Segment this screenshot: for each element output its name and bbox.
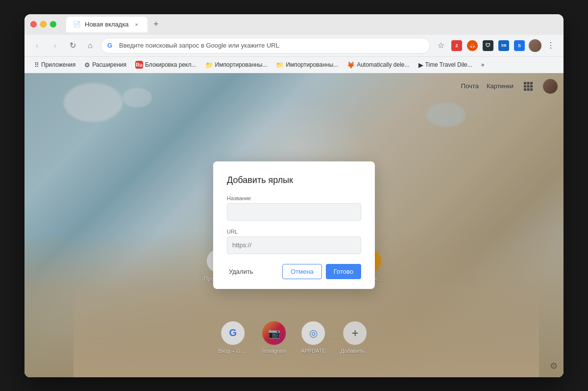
more-menu-button[interactable]: ⋮	[544, 39, 558, 52]
folder-2-icon: 📁	[276, 61, 284, 69]
ext-icon-1[interactable]: 2	[450, 39, 464, 52]
apps-icon: ⠿	[34, 61, 39, 69]
bookmark-adblock[interactable]: Ru Блокировка рекл...	[131, 59, 200, 71]
active-tab[interactable]: 📄 Новая вкладка ×	[66, 17, 147, 32]
new-tab-button[interactable]: +	[149, 18, 163, 31]
auto-delete-icon: 🦊	[347, 61, 355, 69]
name-label: Название	[227, 195, 361, 201]
bookmark-auto-delete-label: Automatically dele...	[357, 61, 409, 68]
title-bar: 📄 Новая вкладка × +	[24, 14, 564, 35]
time-travel-icon: ▶	[418, 61, 423, 69]
bookmark-time-travel-label: Time Travel Dile...	[425, 61, 472, 68]
ext-icon-3[interactable]: SB	[497, 39, 511, 52]
nav-bar: ‹ › ↻ ⌂ G Введите поисковый запрос в Goo…	[24, 35, 564, 56]
bookmark-extensions[interactable]: ⚙ Расширения	[80, 59, 130, 71]
modal-title: Добавить ярлык	[227, 175, 361, 185]
name-input[interactable]	[227, 203, 361, 221]
home-button[interactable]: ⌂	[83, 39, 97, 52]
bookmark-adblock-label: Блокировка рекл...	[145, 61, 196, 68]
bookmark-time-travel[interactable]: ▶ Time Travel Dile...	[415, 59, 476, 71]
minimize-traffic-light[interactable]	[40, 21, 47, 27]
modal-actions-right: Отмена Готово	[282, 264, 361, 279]
bookmark-folder-1-label: Импортированны...	[215, 61, 268, 68]
bookmark-folder-2[interactable]: 📁 Импортированны...	[272, 59, 342, 71]
nav-icons-right: ☆ 2 🦊 🛡 SB S	[434, 39, 558, 52]
bookmark-apps-label: Приложения	[41, 61, 75, 68]
browser-window: 📄 Новая вкладка × + ‹ › ↻ ⌂ G Введите по…	[24, 14, 564, 377]
ext-icon-2[interactable]: 🦊	[466, 39, 479, 52]
adblock-icon: Ru	[135, 61, 143, 69]
bookmark-folder-2-label: Импортированны...	[286, 61, 338, 68]
user-avatar-btn[interactable]	[528, 39, 542, 52]
delete-button[interactable]: Удалить	[227, 264, 255, 279]
tab-favicon: 📄	[73, 21, 81, 28]
url-form-group: URL	[227, 229, 361, 254]
url-label: URL	[227, 229, 361, 235]
bookmark-more-label: »	[481, 61, 485, 68]
star-button[interactable]: ☆	[434, 39, 448, 52]
tab-close-button[interactable]: ×	[133, 21, 141, 28]
add-shortcut-modal: Добавить ярлык Название URL Удалить Отме…	[213, 161, 375, 289]
modal-actions: Удалить Отмена Готово	[227, 264, 361, 279]
reload-button[interactable]: ↻	[66, 39, 79, 52]
address-text: Введите поисковый запрос в Google или ук…	[119, 42, 424, 49]
page-content: Почта Картинки	[24, 73, 564, 377]
maximize-traffic-light[interactable]	[50, 21, 56, 27]
address-bar[interactable]: G Введите поисковый запрос в Google или …	[101, 38, 430, 53]
traffic-lights	[30, 21, 56, 27]
bookmarks-bar: ⠿ Приложения ⚙ Расширения Ru Блокировка …	[24, 56, 564, 73]
folder-1-icon: 📁	[205, 61, 213, 69]
back-button[interactable]: ‹	[30, 39, 44, 52]
tab-bar: 📄 Новая вкладка × +	[66, 17, 558, 32]
modal-overlay: Добавить ярлык Название URL Удалить Отме…	[24, 73, 564, 377]
name-form-group: Название	[227, 195, 361, 221]
google-g-icon: G	[107, 42, 115, 50]
extensions-icon: ⚙	[84, 61, 90, 69]
cancel-button[interactable]: Отмена	[282, 264, 322, 279]
done-button[interactable]: Готово	[326, 264, 361, 279]
bookmark-folder-1[interactable]: 📁 Импортированны...	[201, 59, 271, 71]
bookmark-extensions-label: Расширения	[92, 61, 126, 68]
bookmark-apps[interactable]: ⠿ Приложения	[30, 59, 79, 71]
ext-icon-shield[interactable]: 🛡	[481, 39, 495, 52]
close-traffic-light[interactable]	[30, 21, 37, 27]
forward-button[interactable]: ›	[48, 39, 62, 52]
bookmark-more[interactable]: »	[477, 59, 489, 70]
user-avatar	[529, 39, 541, 52]
bookmark-auto-delete[interactable]: 🦊 Automatically dele...	[343, 59, 413, 71]
ext-icon-4[interactable]: S	[513, 39, 526, 52]
tab-title: Новая вкладка	[85, 21, 129, 28]
url-input[interactable]	[227, 236, 361, 254]
